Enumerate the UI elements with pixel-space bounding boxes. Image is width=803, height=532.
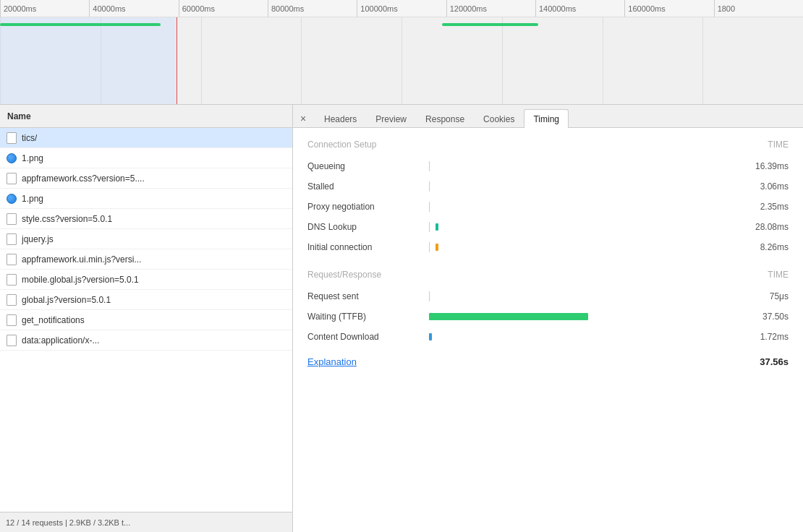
timing-row-name: Content Download <box>307 332 423 342</box>
timeline-tick: 160000ms <box>624 0 713 17</box>
timing-panel: × HeadersPreviewResponseCookiesTiming Co… <box>293 105 803 532</box>
section-label: Request/Response <box>307 270 381 280</box>
file-item[interactable]: jquery.js <box>0 229 292 249</box>
timing-row-value: 2.35ms <box>731 202 789 212</box>
timing-row: Initial connection8.26ms <box>307 238 789 257</box>
timing-divider <box>429 291 430 301</box>
section-label: Connection Setup <box>307 140 376 150</box>
file-name-label: style.css?version=5.0.1 <box>22 214 112 224</box>
timeline-cursor <box>177 17 177 105</box>
timing-row-value: 28.08ms <box>731 222 789 232</box>
timing-divider <box>429 181 430 192</box>
timing-row: Stalled3.06ms <box>307 177 789 196</box>
document-icon <box>7 213 17 225</box>
timeline-tick: 140000ms <box>535 0 624 17</box>
timeline-content <box>0 17 803 105</box>
globe-icon <box>7 153 17 163</box>
timing-row-name: Waiting (TTFB) <box>307 312 423 322</box>
tab-response[interactable]: Response <box>416 109 474 128</box>
file-item[interactable]: 1.png <box>0 148 292 168</box>
timing-bar-area <box>429 332 725 341</box>
file-item[interactable]: mobile.global.js?version=5.0.1 <box>0 270 292 290</box>
timing-row-value: 37.50s <box>731 312 789 322</box>
timing-row: Waiting (TTFB)37.50s <box>307 307 789 326</box>
timing-bar <box>436 223 438 231</box>
file-item[interactable]: get_notifications <box>0 310 292 330</box>
section-header: Request/ResponseTIME <box>307 270 789 281</box>
tabs-bar: × HeadersPreviewResponseCookiesTiming <box>293 105 803 128</box>
file-item[interactable]: appframework.ui.min.js?versi... <box>0 249 292 270</box>
timeline-grid-line <box>201 17 202 105</box>
tabs-container: HeadersPreviewResponseCookiesTiming <box>315 109 569 127</box>
timing-content: Connection SetupTIMEQueueing16.39msStall… <box>293 128 803 532</box>
timeline-grid-line <box>502 17 503 105</box>
section-time-label: TIME <box>768 140 789 150</box>
timeline-tick: 80000ms <box>268 0 357 17</box>
timeline-grid-line <box>402 17 402 105</box>
file-list-status: 12 / 14 requests | 2.9KB / 3.2KB t... <box>0 512 292 532</box>
file-item[interactable]: style.css?version=5.0.1 <box>0 209 292 229</box>
timing-bar <box>429 313 588 320</box>
document-icon <box>7 132 17 144</box>
timing-row-value: 3.06ms <box>731 181 789 192</box>
timeline-tick: 60000ms <box>179 0 268 17</box>
document-icon <box>7 274 17 286</box>
globe-icon <box>7 194 17 204</box>
timeline-tick: 40000ms <box>89 0 178 17</box>
timeline-selected-column <box>0 17 177 105</box>
tab-preview[interactable]: Preview <box>366 109 416 128</box>
timeline-grid-line <box>603 17 603 105</box>
file-name-label: get_notifications <box>22 315 85 325</box>
timing-row-value: 75μs <box>731 291 789 301</box>
timeline-tick: 100000ms <box>357 0 446 17</box>
timeline-tick: 20000ms <box>0 0 89 17</box>
document-icon <box>7 254 17 265</box>
timing-row-name: Queueing <box>307 161 423 171</box>
timing-bar-area <box>429 202 725 211</box>
timing-row: Content Download1.72ms <box>307 327 789 346</box>
document-icon <box>7 294 17 306</box>
timeline-grid-line <box>702 17 703 105</box>
file-item[interactable]: 1.png <box>0 189 292 209</box>
file-item[interactable]: data:application/x-... <box>0 330 292 351</box>
timeline-area: 20000ms40000ms60000ms80000ms100000ms1200… <box>0 0 803 105</box>
file-list-header: Name <box>0 105 292 128</box>
file-name-label: 1.png <box>22 194 43 204</box>
total-row: Explanation37.56s <box>307 353 789 367</box>
timing-bar-area <box>429 162 725 171</box>
main-area: Name tics/1.pngappframework.css?version=… <box>0 105 803 532</box>
timing-row-value: 8.26ms <box>731 242 789 252</box>
tab-cookies[interactable]: Cookies <box>474 109 524 128</box>
timing-row-name: Initial connection <box>307 242 423 252</box>
tab-headers[interactable]: Headers <box>315 109 366 128</box>
file-name-label: global.js?version=5.0.1 <box>22 295 111 305</box>
timing-row: Queueing16.39ms <box>307 157 789 176</box>
file-list-header-label: Name <box>7 111 31 121</box>
timing-divider <box>429 161 430 171</box>
timing-row: Request sent75μs <box>307 287 789 306</box>
total-value: 37.56s <box>760 356 789 367</box>
file-item[interactable]: global.js?version=5.0.1 <box>0 290 292 310</box>
timing-divider <box>429 242 430 252</box>
timing-row: DNS Lookup28.08ms <box>307 218 789 236</box>
file-item[interactable]: appframework.css?version=5.... <box>0 168 292 189</box>
timing-row-name: DNS Lookup <box>307 222 423 232</box>
timing-row-value: 1.72ms <box>731 332 789 342</box>
timing-row-name: Stalled <box>307 181 423 192</box>
timing-divider <box>429 202 430 212</box>
file-item[interactable]: tics/ <box>0 128 292 148</box>
explanation-link[interactable]: Explanation <box>307 356 357 367</box>
document-icon <box>7 314 17 326</box>
timeline-tick: 1800 <box>714 0 803 17</box>
file-name-label: jquery.js <box>22 234 54 244</box>
tab-timing[interactable]: Timing <box>524 109 569 128</box>
section-header: Connection SetupTIME <box>307 140 789 151</box>
timing-bar <box>429 333 432 340</box>
timing-bar-area <box>429 292 725 301</box>
close-tab-button[interactable]: × <box>296 111 310 126</box>
file-list-status-text: 12 / 14 requests | 2.9KB / 3.2KB t... <box>6 518 130 527</box>
timing-bar <box>436 244 438 251</box>
document-icon <box>7 233 17 245</box>
file-name-label: mobile.global.js?version=5.0.1 <box>22 275 139 285</box>
file-list-panel: Name tics/1.pngappframework.css?version=… <box>0 105 293 532</box>
